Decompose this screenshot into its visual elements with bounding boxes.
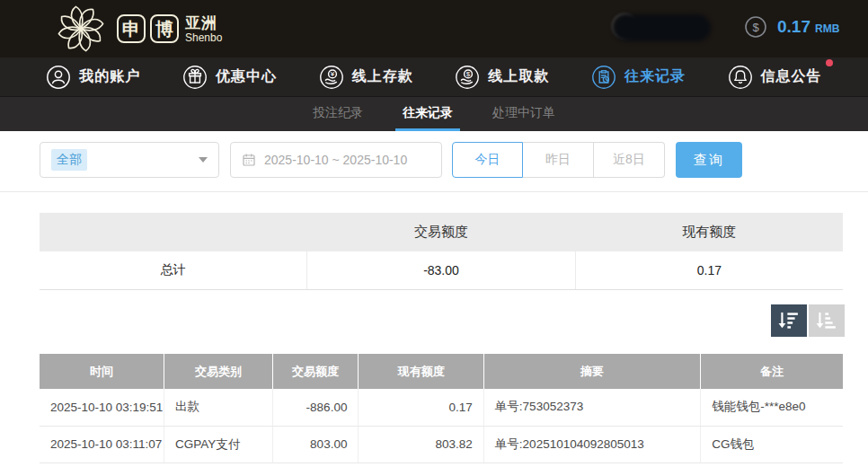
type-select-value: 全部 [51,149,87,171]
summary-header-balance: 现有额度 [575,213,843,251]
svg-text:¥: ¥ [329,70,334,78]
svg-text:$: $ [466,70,471,78]
calendar-icon [242,153,256,167]
cell-remark: CG钱包 [701,426,843,463]
col-header-type: 交易类别 [164,354,273,389]
cell-amount: -886.00 [272,389,359,426]
tab-transaction-records[interactable]: 往来记录 [395,97,460,131]
col-header-amount: 交易额度 [272,354,359,389]
gift-icon [182,65,208,90]
sort-descending-button[interactable] [771,304,807,337]
dollar-coin-icon: $ [744,15,767,39]
logo-region: 亚洲 [185,15,222,31]
last-8-days-button[interactable]: 近8日 [594,142,665,178]
balance-amount: 0.17 [777,17,810,37]
sort-desc-icon [776,310,802,331]
cell-balance: 803.82 [359,426,483,463]
brand-logo[interactable]: 申 博 亚洲 Shenbo [56,4,222,54]
nav-item-promotions[interactable]: 优惠中心 [182,65,277,90]
balance-currency: RMB [815,22,839,35]
date-range-input[interactable]: 2025-10-10 ~ 2025-10-10 [230,142,442,178]
nav-label: 信息公告 [761,67,822,86]
summary-header-row: 交易额度 现有额度 [40,213,843,251]
col-header-remark: 备注 [701,354,843,389]
top-header: 申 博 亚洲 Shenbo $ 0.17 RMB [0,0,868,57]
summary-total-amount: -83.00 [307,251,576,289]
cell-type: 出款 [164,389,273,426]
summary-header-amount: 交易额度 [307,213,576,251]
logo-char-bo: 博 [150,14,179,43]
logo-subtitle: Shenbo [185,32,222,43]
type-select[interactable]: 全部 [40,142,219,178]
tab-processing-orders[interactable]: 处理中订单 [485,97,562,131]
svg-text:$: $ [752,21,759,34]
nav-item-announcements[interactable]: 信息公告 [728,65,822,90]
records-table: 时间 交易类别 交易额度 现有额度 摘要 备注 2025-10-10 03:19… [40,354,843,463]
nav-item-my-account[interactable]: 我的账户 [46,65,140,90]
summary-header-empty [40,213,307,251]
today-button[interactable]: 今日 [452,142,523,178]
transaction-records-page: 申 博 亚洲 Shenbo $ 0.17 RMB [0,0,868,467]
table-row: 2025-10-10 03:11:07 CGPAY支付 803.00 803.8… [40,426,843,463]
cell-type: CGPAY支付 [164,426,273,463]
nav-label: 往来记录 [624,67,686,86]
cell-balance: 0.17 [359,389,483,426]
nav-label: 我的账户 [79,67,140,86]
search-button[interactable]: 查询 [676,142,742,178]
summary-total-balance: 0.17 [575,251,843,289]
cell-time: 2025-10-10 03:11:07 [40,426,164,463]
cell-time: 2025-10-10 03:19:51 [40,389,164,426]
nav-item-withdraw[interactable]: $ 线上取款 [455,65,549,90]
redacted-username [614,14,711,41]
summary-table: 交易额度 现有额度 总计 -83.00 0.17 [40,213,843,290]
bell-icon [728,65,753,90]
cell-summary: 单号:202510104092805013 [483,426,700,463]
col-header-balance: 现有额度 [359,354,483,389]
caret-down-icon [199,157,208,163]
main-nav: 我的账户 优惠中心 [0,57,868,96]
nav-item-deposit[interactable]: ¥ 线上存款 [319,65,413,90]
sub-nav: 投注纪录 往来记录 处理中订单 [0,96,868,131]
nav-label: 线上存款 [352,67,413,86]
col-header-time: 时间 [40,354,164,389]
logo-char-shen: 申 [117,14,146,43]
cell-amount: 803.00 [272,426,359,463]
col-header-summary: 摘要 [483,354,700,389]
balance-display[interactable]: $ 0.17 RMB [744,15,839,39]
table-row: 2025-10-10 03:19:51 出款 -886.00 0.17 单号:7… [40,389,843,426]
section-divider [0,191,868,192]
nav-label: 优惠中心 [216,67,277,86]
date-range-value: 2025-10-10 ~ 2025-10-10 [264,153,407,167]
sort-asc-icon [814,310,839,331]
cell-summary: 单号:753052373 [483,389,700,426]
withdraw-hand-coin-icon: $ [455,65,480,90]
sort-ascending-button[interactable] [809,304,845,337]
quick-date-group: 今日 昨日 近8日 [452,142,665,178]
user-icon [46,65,71,90]
tab-betting-records[interactable]: 投注纪录 [306,97,370,131]
records-clipboard-icon [591,65,616,90]
summary-total-label: 总计 [40,251,307,289]
records-header-row: 时间 交易类别 交易额度 现有额度 摘要 备注 [40,354,843,389]
nav-item-records[interactable]: 往来记录 [591,65,686,90]
summary-total-row: 总计 -83.00 0.17 [40,251,843,289]
sort-controls [771,304,845,337]
cell-remark: 钱能钱包-***e8e0 [701,389,843,426]
deposit-hand-coin-icon: ¥ [319,65,344,90]
nav-label: 线上取款 [488,67,549,86]
flower-logo-icon [56,4,106,54]
notification-badge [826,59,833,66]
yesterday-button[interactable]: 昨日 [523,142,594,178]
